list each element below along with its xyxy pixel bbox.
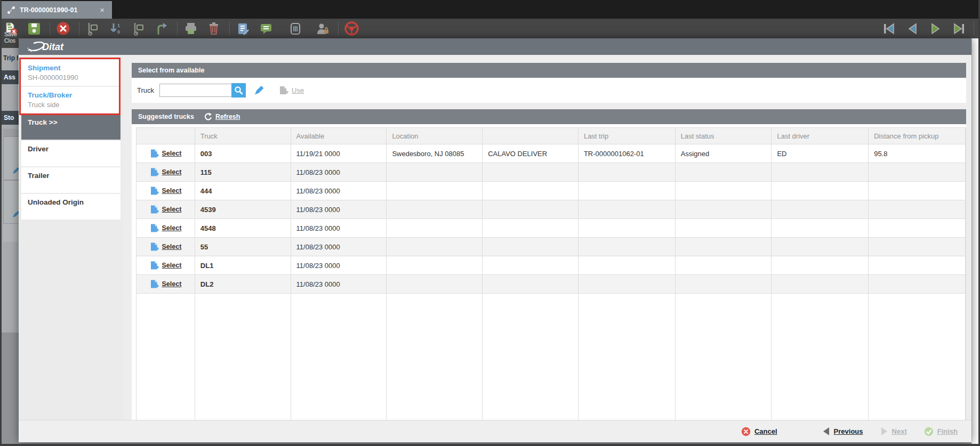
background-page-sliver: Trip I Ass Sto bbox=[0, 38, 19, 446]
sort-numeric-icon: 1 9 bbox=[109, 22, 123, 36]
select-doc-icon bbox=[150, 186, 159, 195]
wizard-step-shipment[interactable]: Shipment SH-0000001990 bbox=[21, 60, 121, 86]
cancel-button[interactable]: Cancel bbox=[741, 427, 777, 436]
window-border bbox=[0, 444, 980, 446]
select-doc-icon bbox=[150, 149, 159, 158]
column-available[interactable]: Available bbox=[291, 128, 387, 144]
print-button[interactable] bbox=[183, 21, 198, 36]
select-from-available-panel: Select from available Truck bbox=[132, 63, 966, 103]
use-truck-button[interactable]: Use bbox=[279, 86, 304, 95]
toolbar-separator bbox=[229, 22, 230, 36]
sort-sequence-button[interactable]: 1 9 bbox=[108, 21, 123, 36]
cancel-trip-button[interactable] bbox=[56, 21, 70, 36]
suggested-trucks-panel: Suggested trucks Refresh Truck Available bbox=[132, 109, 966, 420]
save-button[interactable] bbox=[27, 21, 41, 36]
first-record-button[interactable] bbox=[881, 21, 896, 36]
dispatch-button[interactable] bbox=[85, 21, 100, 36]
table-row: Select 55 11/08/23 0000 bbox=[136, 238, 966, 256]
column-location[interactable]: Location bbox=[387, 128, 483, 144]
wizard-step-truck[interactable]: Truck >> bbox=[21, 114, 121, 140]
pencil-icon bbox=[254, 85, 264, 95]
app-window: TR-0000001990-01 × Save Clos bbox=[0, 0, 980, 446]
stops-section-header: Sto bbox=[0, 111, 19, 125]
select-truck-link[interactable]: Select bbox=[150, 280, 182, 288]
select-truck-link[interactable]: Select bbox=[150, 186, 182, 195]
notes-icon bbox=[236, 22, 250, 36]
table-row: Select 115 11/08/23 0000 bbox=[136, 163, 966, 182]
next-button[interactable]: Next bbox=[880, 427, 907, 436]
save-close-label: Save Clos bbox=[4, 31, 17, 44]
wizard-step-unloaded-origin[interactable]: Unloaded Origin bbox=[21, 194, 121, 220]
truck-assignment-dialog: Ditat Shipment SH-0000001990 Truck/Broke… bbox=[19, 38, 971, 442]
container-icon bbox=[288, 22, 302, 36]
tab-close-icon[interactable]: × bbox=[98, 5, 107, 14]
select-doc-icon bbox=[150, 242, 159, 251]
route-icon bbox=[7, 6, 15, 14]
brand-text: Ditat bbox=[42, 42, 64, 52]
column-distance[interactable]: Distance from pickup bbox=[869, 128, 966, 144]
truck-field-label: Truck bbox=[137, 86, 159, 94]
last-record-icon bbox=[953, 22, 966, 35]
select-truck-link[interactable]: Select bbox=[150, 242, 182, 251]
table-row: Select 444 11/08/23 0000 bbox=[136, 182, 966, 200]
trip-info-label: Trip I bbox=[3, 54, 19, 62]
modal-scrollbar-track[interactable] bbox=[971, 38, 978, 444]
cancel-circle-icon bbox=[56, 21, 70, 36]
suggested-trucks-table: Truck Available Location Last trip Last … bbox=[136, 127, 966, 420]
wizard-step-driver[interactable]: Driver bbox=[21, 141, 121, 166]
edit-truck-button[interactable] bbox=[254, 85, 264, 95]
truck-search-input[interactable] bbox=[159, 84, 231, 97]
dialog-footer: Cancel Previous Next Finish bbox=[19, 420, 971, 442]
container-button[interactable] bbox=[288, 21, 302, 36]
main-toolbar: Save Clos bbox=[0, 19, 980, 38]
table-row: Select 4539 11/08/23 0000 bbox=[136, 200, 966, 219]
select-truck-link[interactable]: Select bbox=[150, 168, 182, 176]
column-last-status[interactable]: Last status bbox=[676, 128, 772, 144]
comments-button[interactable] bbox=[259, 21, 273, 36]
next-arrow-icon bbox=[880, 427, 888, 436]
select-truck-link[interactable]: Select bbox=[150, 261, 182, 270]
select-doc-icon bbox=[150, 168, 159, 176]
tab-trip[interactable]: TR-0000001990-01 × bbox=[2, 1, 112, 19]
wizard-step-trailer[interactable]: Trailer bbox=[21, 167, 121, 193]
select-doc-icon bbox=[150, 261, 159, 270]
select-truck-link[interactable]: Select bbox=[150, 205, 182, 214]
person-lock-icon bbox=[316, 22, 330, 36]
column-truck[interactable]: Truck bbox=[195, 128, 291, 144]
toolbar-separator bbox=[50, 22, 50, 36]
search-button[interactable] bbox=[231, 83, 246, 98]
column-last-trip[interactable]: Last trip bbox=[579, 128, 676, 144]
column-last-driver[interactable]: Last driver bbox=[772, 128, 869, 144]
table-row: Select DL1 11/08/23 0000 bbox=[136, 256, 966, 275]
use-doc-icon bbox=[279, 86, 288, 95]
wizard-step-truck-broker[interactable]: Truck/Broker Truck side bbox=[21, 87, 121, 113]
last-record-button[interactable] bbox=[952, 21, 966, 36]
select-truck-link[interactable]: Select bbox=[150, 149, 182, 158]
toolbar-separator bbox=[974, 22, 974, 36]
finish-check-icon bbox=[924, 427, 934, 436]
driver-alert-button[interactable] bbox=[344, 21, 359, 36]
next-record-button[interactable] bbox=[928, 21, 943, 36]
assignments-section-header: Ass bbox=[0, 70, 19, 84]
delete-button[interactable] bbox=[206, 21, 221, 36]
toolbar-separator bbox=[177, 22, 178, 36]
previous-record-button[interactable] bbox=[905, 21, 919, 36]
select-doc-icon bbox=[150, 224, 159, 232]
table-header-row: Truck Available Location Last trip Last … bbox=[136, 127, 966, 144]
reroute-button[interactable] bbox=[154, 21, 168, 36]
table-row: Select 003 11/19/21 0000 Swedesboro, NJ … bbox=[136, 144, 966, 163]
printer-icon bbox=[184, 22, 198, 36]
previous-button[interactable]: Previous bbox=[822, 427, 863, 436]
undispatch-button[interactable] bbox=[131, 21, 146, 36]
finish-button[interactable]: Finish bbox=[924, 427, 958, 436]
search-icon bbox=[234, 86, 243, 95]
panel-header: Suggested trucks bbox=[138, 113, 194, 120]
select-truck-link[interactable]: Select bbox=[150, 224, 182, 232]
refresh-button[interactable]: Refresh bbox=[204, 112, 240, 121]
driver-permissions-button[interactable] bbox=[315, 21, 330, 36]
first-record-icon bbox=[882, 22, 895, 35]
table-row: Select 4548 11/08/23 0000 bbox=[136, 219, 966, 238]
notes-button[interactable] bbox=[236, 21, 250, 36]
column-note[interactable] bbox=[483, 128, 579, 144]
save-icon bbox=[27, 22, 41, 36]
